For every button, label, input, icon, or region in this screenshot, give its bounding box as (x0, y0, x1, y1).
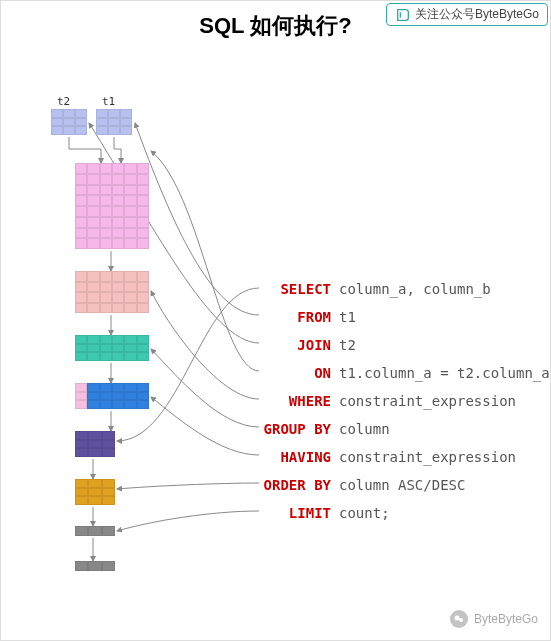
grid-box-having (75, 383, 149, 409)
clause-value: t1 (339, 309, 356, 325)
clause-keyword: ON (261, 365, 331, 381)
flow-arrow (135, 123, 259, 315)
flow-arrow (114, 137, 121, 163)
svg-point-2 (459, 618, 463, 622)
execution-diagram: SELECTcolumn_a, column_bFROMt1JOINt2ONt1… (1, 91, 551, 631)
clause-keyword: SELECT (261, 281, 331, 297)
flow-arrow (151, 291, 259, 399)
clause-keyword: HAVING (261, 449, 331, 465)
clause-row: HAVINGconstraint_expression (261, 444, 550, 470)
clause-row: JOINt2 (261, 332, 550, 358)
grid-box-t1 (96, 109, 132, 135)
clause-value: constraint_expression (339, 449, 516, 465)
flow-arrow (117, 483, 259, 489)
clause-value: count; (339, 505, 390, 521)
clause-keyword: GROUP BY (261, 421, 331, 437)
grid-box-limit1 (75, 526, 115, 536)
clause-row: ONt1.column_a = t2.column_a (261, 360, 550, 386)
flow-arrow (151, 151, 259, 371)
clause-keyword: ORDER BY (261, 477, 331, 493)
clause-row: GROUP BYcolumn (261, 416, 550, 442)
grid-box-order (75, 479, 115, 505)
clause-value: t2 (339, 337, 356, 353)
clause-keyword: WHERE (261, 393, 331, 409)
grid-box-where (75, 271, 149, 313)
table-label: t2 (57, 95, 70, 108)
logo-icon (395, 7, 411, 23)
clause-value: column_a, column_b (339, 281, 491, 297)
clause-row: WHEREconstraint_expression (261, 388, 550, 414)
grid-box-join (75, 163, 149, 249)
follow-label: 关注公众号ByteByteGo (415, 6, 539, 23)
watermark: ByteByteGo (450, 610, 538, 628)
clause-value: t1.column_a = t2.column_a (339, 365, 550, 381)
clause-keyword: LIMIT (261, 505, 331, 521)
grid-box-limit2 (75, 561, 115, 571)
clause-row: SELECTcolumn_a, column_b (261, 276, 550, 302)
clause-row: ORDER BYcolumn ASC/DESC (261, 472, 550, 498)
flow-arrow (151, 397, 259, 455)
clause-keyword: FROM (261, 309, 331, 325)
clause-keyword: JOIN (261, 337, 331, 353)
clause-list: SELECTcolumn_a, column_bFROMt1JOINt2ONt1… (261, 276, 550, 528)
clause-value: column ASC/DESC (339, 477, 465, 493)
clause-value: constraint_expression (339, 393, 516, 409)
table-label: t1 (102, 95, 115, 108)
clause-row: LIMITcount; (261, 500, 550, 526)
grid-box-t2 (51, 109, 87, 135)
watermark-text: ByteByteGo (474, 612, 538, 626)
flow-arrow (151, 349, 259, 427)
grid-box-select (75, 431, 115, 457)
flow-arrow (117, 511, 259, 531)
wechat-icon (450, 610, 468, 628)
follow-badge[interactable]: 关注公众号ByteByteGo (386, 3, 548, 26)
flow-arrow (69, 137, 101, 163)
clause-value: column (339, 421, 390, 437)
svg-point-1 (454, 616, 459, 621)
clause-row: FROMt1 (261, 304, 550, 330)
grid-box-group (75, 335, 149, 361)
